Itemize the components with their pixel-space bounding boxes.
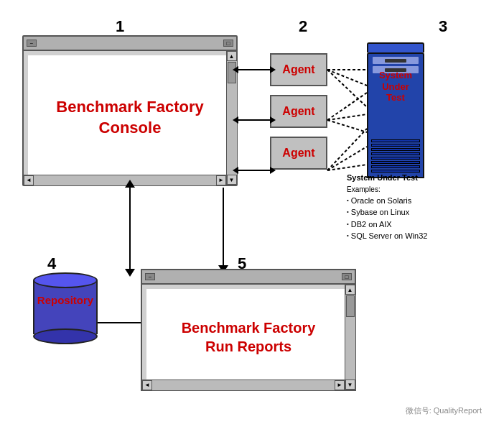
scroll-h-track bbox=[34, 175, 216, 185]
vent-6 bbox=[371, 161, 420, 164]
console-inner: Benchmark Factory Console bbox=[28, 55, 232, 180]
reports-scroll-up[interactable]: ▲ bbox=[345, 285, 355, 295]
repository-container: Repository bbox=[29, 272, 101, 344]
sut-item-2: • Sybase on Linux bbox=[347, 206, 427, 218]
main-container: 1 2 3 4 5 − □ Benchmark Factory Console bbox=[0, 0, 504, 437]
svg-line-4 bbox=[327, 114, 367, 120]
sut-item-3: • DB2 on AIX bbox=[347, 218, 427, 231]
console-title: Benchmark Factory Console bbox=[56, 97, 203, 138]
reports-scroll-right[interactable]: ► bbox=[335, 380, 345, 390]
titlebar-maximize: □ bbox=[223, 40, 233, 47]
vent-3 bbox=[371, 148, 420, 151]
reports-titlebar-btn-left: − bbox=[145, 273, 155, 280]
label-2: 2 bbox=[299, 17, 307, 36]
svg-line-3 bbox=[327, 93, 367, 120]
reports-titlebar-btn-right: □ bbox=[342, 273, 352, 280]
svg-line-1 bbox=[327, 70, 367, 86]
svg-line-7 bbox=[327, 147, 367, 170]
sut-item-4: • SQL Server on Win32 bbox=[347, 230, 427, 242]
svg-line-2 bbox=[327, 70, 367, 107]
reports-scrollbar-h[interactable]: ◄ ► bbox=[142, 380, 345, 390]
diagram-area: 1 2 3 4 5 − □ Benchmark Factory Console bbox=[15, 14, 489, 423]
scroll-up-btn[interactable]: ▲ bbox=[227, 51, 237, 61]
svg-line-8 bbox=[327, 165, 367, 170]
reports-titlebar: − □ bbox=[142, 270, 355, 285]
reports-scroll-down[interactable]: ▼ bbox=[345, 380, 355, 390]
agent-box-3: Agent bbox=[270, 137, 327, 170]
svg-marker-10 bbox=[125, 269, 135, 277]
titlebar-minimize: − bbox=[27, 40, 37, 47]
svg-line-6 bbox=[327, 129, 367, 170]
sut-text-area: System Under Test Examples: • Oracle on … bbox=[347, 172, 427, 242]
agent-box-2: Agent bbox=[270, 95, 327, 128]
agent-box-1: Agent bbox=[270, 53, 327, 86]
agents-container: Agent Agent Agent bbox=[270, 53, 327, 170]
arrow-console-agent3 bbox=[238, 170, 270, 171]
reports-scroll-left[interactable]: ◄ bbox=[142, 380, 152, 390]
reports-h-track bbox=[152, 380, 335, 390]
console-titlebar: − □ bbox=[24, 37, 236, 51]
svg-line-5 bbox=[327, 120, 367, 132]
server-label: System Under Test bbox=[368, 70, 423, 104]
watermark: 微信号: QualityReport bbox=[406, 405, 482, 416]
reports-scrollbar-v[interactable]: ▲ ▼ bbox=[345, 285, 355, 390]
scroll-right-btn[interactable]: ► bbox=[216, 175, 226, 185]
reports-window: − □ Benchmark Factory Run Reports ▲ ▼ bbox=[141, 269, 356, 391]
sut-item-1: • Oracle on Solaris bbox=[347, 195, 427, 207]
repo-label: Repository bbox=[33, 294, 98, 306]
vent-1 bbox=[371, 139, 420, 142]
label-1: 1 bbox=[116, 17, 124, 36]
server-top bbox=[367, 42, 424, 52]
reports-scroll-track bbox=[345, 295, 355, 380]
vent-2 bbox=[371, 144, 420, 147]
server-drive-1 bbox=[373, 57, 419, 64]
reports-inner: Benchmark Factory Run Reports bbox=[146, 289, 350, 385]
arrow-console-agent2 bbox=[238, 119, 270, 121]
label-4: 4 bbox=[47, 254, 56, 273]
console-scrollbar-h[interactable]: ◄ ► bbox=[24, 175, 226, 185]
reports-scroll-thumb[interactable] bbox=[346, 295, 355, 317]
console-window: − □ Benchmark Factory Console ▲ ▼ ◄ bbox=[22, 35, 238, 186]
sut-subtitle: Examples: bbox=[347, 184, 427, 195]
server-body: System Under Test bbox=[367, 52, 424, 178]
vent-7 bbox=[371, 165, 420, 168]
arrow-console-agent1 bbox=[238, 69, 270, 70]
vent-5 bbox=[371, 157, 420, 160]
scroll-down-btn[interactable]: ▼ bbox=[227, 175, 237, 185]
server-container: System Under Test bbox=[367, 42, 424, 186]
scroll-left-btn[interactable]: ◄ bbox=[24, 175, 34, 185]
reports-title: Benchmark Factory Run Reports bbox=[182, 318, 316, 356]
label-3: 3 bbox=[439, 17, 447, 36]
vent-4 bbox=[371, 152, 420, 155]
